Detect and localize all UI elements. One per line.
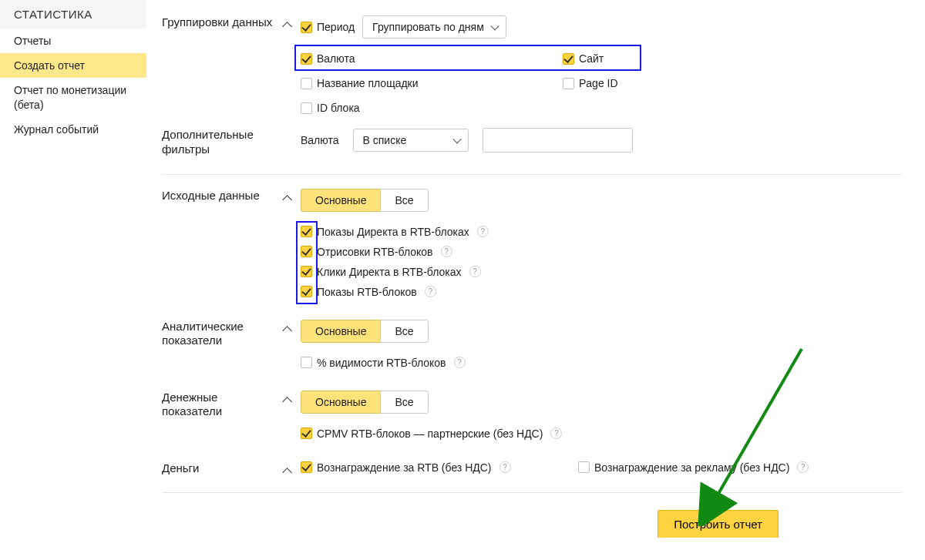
checkbox-box [563,78,574,89]
section-title-text: Группировки данных [162,15,272,30]
section-money: Деньги Вознаграждение за RTB (без НДС) ?… [162,461,902,476]
checkbox-label: CPMV RTB-блоков — партнерские (без НДС) [317,428,543,440]
checkbox-box [301,226,312,237]
checkbox-box [301,357,312,368]
checkbox-currency[interactable]: Валюта [301,52,563,65]
checkbox-rtb-impressions[interactable]: Показы RTB-блоков ? [301,286,902,298]
checkbox-page-id[interactable]: Page ID [563,77,717,89]
help-icon[interactable]: ? [441,246,452,257]
checkbox-label: Валюта [317,52,355,65]
sidebar-item-monetization[interactable]: Отчет по монетизации (бета) [0,78,146,116]
checkbox-box [301,461,312,473]
filter-value-input[interactable] [483,128,633,153]
toggle-main[interactable]: Основные [301,391,380,414]
chevron-up-icon [284,19,291,27]
section-label-analytics[interactable]: Аналитические показатели [162,320,301,349]
checkbox-label: Page ID [579,77,618,89]
toggle-all[interactable]: Все [380,320,428,343]
section-label-groupings[interactable]: Группировки данных [162,15,301,30]
checkbox-box [301,78,312,89]
section-title-text: Денежные показатели [162,391,279,420]
divider [162,492,902,493]
sidebar-item-reports[interactable]: Отчеты [0,29,146,53]
checkbox-box [578,461,590,473]
checkbox-box [563,53,574,65]
help-icon[interactable]: ? [425,286,436,297]
select-filter-condition[interactable]: В списке [353,129,469,152]
toggle-group-source: Основные Все [301,189,429,212]
help-icon[interactable]: ? [469,266,481,277]
checkbox-ad-reward[interactable]: Вознаграждение за рекламу (без НДС) ? [578,461,848,474]
checkbox-box [301,53,312,65]
checkbox-label: Показы Директа в RTB-блоках [317,226,469,238]
section-title-text: Исходные данные [162,189,260,203]
chevron-up-icon [284,324,291,331]
help-icon[interactable]: ? [454,357,466,368]
checkbox-rtb-renders[interactable]: Отрисовки RTB-блоков ? [301,246,902,258]
sidebar: СТАТИСТИКА Отчеты Создать отчет Отчет по… [0,0,146,538]
checkbox-label: Вознаграждение за RTB (без НДС) [317,461,492,474]
checkbox-box [301,266,312,277]
section-title-text: Дополнительные фильтры [162,128,291,157]
section-money-metrics: Денежные показатели Основные Все CPMV RT… [162,391,902,440]
build-report-button[interactable]: Построить отчет [658,510,779,538]
checkbox-label: Показы RTB-блоков [317,286,417,298]
checkbox-rtb-reward[interactable]: Вознаграждение за RTB (без НДС) ? [301,461,570,474]
toggle-group-analytics: Основные Все [301,320,429,343]
checkbox-label: Период [317,21,355,33]
filter-field-label: Валюта [301,134,339,146]
main-content: Группировки данных Период Группировать п… [146,0,925,538]
sidebar-item-event-log[interactable]: Журнал событий [0,117,146,142]
help-icon[interactable]: ? [550,428,562,439]
section-label-money-metrics[interactable]: Денежные показатели [162,391,301,420]
toggle-group-money-metrics: Основные Все [301,391,429,414]
toggle-main[interactable]: Основные [301,320,380,343]
help-icon[interactable]: ? [477,226,489,237]
checkbox-label: Название площадки [317,77,419,89]
checkbox-site[interactable]: Сайт [563,52,717,65]
section-label-filters: Дополнительные фильтры [162,128,301,157]
chevron-up-icon [284,465,291,473]
section-title-text: Деньги [162,461,199,476]
checkbox-visibility-pct[interactable]: % видимости RTB-блоков ? [301,357,902,369]
checkbox-label: Вознаграждение за рекламу (без НДС) [594,461,789,474]
checkbox-direct-impressions[interactable]: Показы Директа в RTB-блоках ? [301,226,902,238]
checkbox-label: Сайт [579,52,604,65]
toggle-all[interactable]: Все [380,189,428,212]
divider [162,174,902,175]
toggle-main[interactable]: Основные [301,189,380,212]
checkbox-label: % видимости RTB-блоков [317,357,446,369]
checkbox-period[interactable]: Период [301,21,355,33]
checkbox-cpmv[interactable]: CPMV RTB-блоков — партнерские (без НДС) … [301,428,902,440]
checkbox-label: ID блока [317,102,360,114]
section-label-money[interactable]: Деньги [162,461,301,476]
section-source-data: Исходные данные Основные Все Показы Дире… [162,189,902,298]
help-icon[interactable]: ? [500,461,511,473]
section-analytics: Аналитические показатели Основные Все % … [162,320,902,369]
section-title-text: Аналитические показатели [162,320,279,349]
section-label-source-data[interactable]: Исходные данные [162,189,301,203]
checkbox-box [301,102,312,114]
checkbox-platform-name[interactable]: Название площадки [301,77,563,89]
checkbox-direct-clicks[interactable]: Клики Директа в RTB-блоках ? [301,266,902,278]
checkbox-box [301,22,312,33]
checkbox-block-id[interactable]: ID блока [301,102,563,114]
chevron-up-icon [284,394,291,402]
sidebar-item-create-report[interactable]: Создать отчет [0,53,146,78]
section-filters: Дополнительные фильтры Валюта В списке [162,128,902,157]
help-icon[interactable]: ? [797,461,809,473]
chevron-up-icon [284,193,291,200]
section-groupings: Группировки данных Период Группировать п… [162,15,902,114]
select-group-by[interactable]: Группировать по дням [362,15,506,39]
checkbox-box [301,286,312,297]
toggle-all[interactable]: Все [380,391,428,414]
checkbox-label: Клики Директа в RTB-блоках [317,266,462,278]
checkbox-box [301,246,312,257]
checkbox-label: Отрисовки RTB-блоков [317,246,433,258]
sidebar-title: СТАТИСТИКА [0,0,146,29]
checkbox-box [301,428,312,439]
